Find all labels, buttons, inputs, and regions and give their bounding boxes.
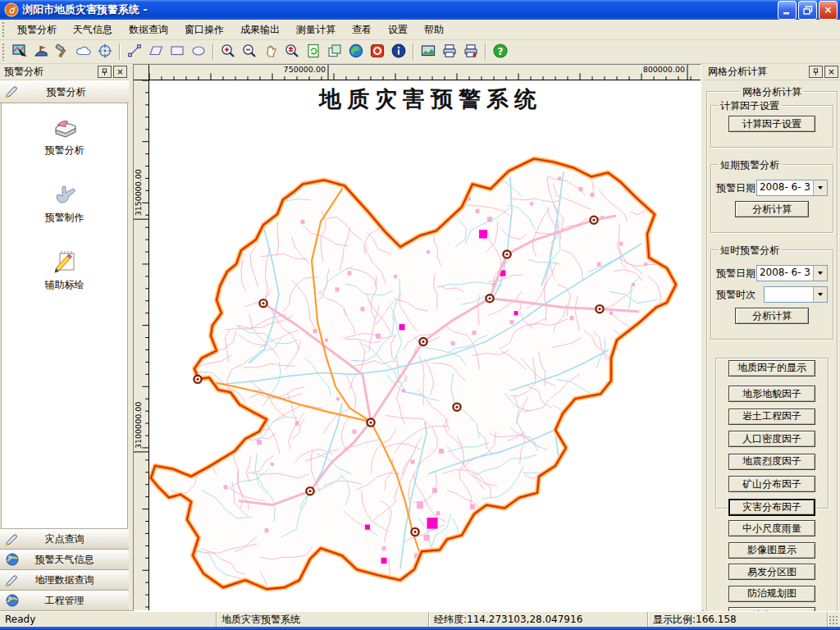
chevron-down-icon[interactable] [813,287,827,302]
toolbar-zoom-sel-button[interactable] [282,42,302,62]
globe-icon [348,43,364,62]
menu-item-1[interactable]: 天气信息 [65,21,121,39]
toolbar-image-button[interactable] [418,42,438,62]
left-bar-0[interactable]: 灾点查询 [0,529,129,550]
town-marker[interactable] [503,250,510,258]
toolbar-print-button[interactable] [440,42,459,62]
ellipse-icon [190,43,207,62]
left-nav-item-0[interactable]: 预警分析 [2,112,127,158]
left-nav-item-2[interactable]: 辅助标绘 [2,246,127,292]
menu-item-5[interactable]: 测量计算 [288,21,344,39]
toolbar-cloud-button[interactable] [74,42,94,62]
town-marker[interactable] [411,528,418,536]
factor-button-4[interactable]: 矿山分布因子 [728,476,815,492]
toolbar-zoom-out-button[interactable] [240,42,259,62]
toolbar-line-button[interactable] [125,42,144,62]
calc-factor-settings-button[interactable]: 计算因子设置 [728,116,815,132]
toolbar-refresh-button[interactable] [304,42,323,62]
left-panel-close-button[interactable]: × [113,66,127,78]
toolbar-pan-button[interactable] [261,42,281,62]
factor-button-2[interactable]: 人口密度因子 [728,431,815,447]
restore-button[interactable] [798,1,817,20]
stop-icon [369,43,386,62]
chevron-down-icon[interactable] [813,180,827,195]
toolbar-help-button[interactable]: ? [491,42,510,62]
left-bar-1[interactable]: 预警天气信息 [0,550,129,570]
status-app-name: 地质灾害预警系统 [217,612,429,627]
town-marker[interactable] [419,338,427,345]
town-marker[interactable] [590,217,597,224]
toolbar-map-select-button[interactable] [10,42,30,62]
factor-button-5[interactable]: 灾害分布因子 [728,499,815,516]
short-term-analyze-button[interactable]: 分析计算 [735,201,809,217]
map-area: 750000.00800000.00 3150000.003100000.00 … [133,64,701,611]
rect-icon [169,43,185,62]
extra-button-4[interactable]: 清空显示 [728,607,815,611]
left-section-bar[interactable]: 预警分析 [0,80,129,103]
town-marker[interactable] [596,305,603,313]
right-panel-pin-button[interactable] [809,66,823,78]
left-bar-3[interactable]: 工程管理 [0,591,129,611]
zoom-in-icon [220,43,236,62]
toolbar-info-button[interactable] [389,42,409,62]
toolbar-grip-handle[interactable] [2,43,6,61]
toolbar-polygon-button[interactable] [146,42,166,62]
left-bar-2[interactable]: 地理数据查询 [0,570,129,591]
chevron-down-icon[interactable] [813,266,827,281]
close-button[interactable]: × [819,1,838,20]
short-time-date-value: 2008- 6- 3 [757,266,813,281]
short-time-date-combobox[interactable]: 2008- 6- 3 [756,265,828,281]
menu-item-3[interactable]: 窗口操作 [176,21,232,39]
toolbar-hammer-button[interactable] [52,42,72,62]
toolbar-stop-button[interactable] [368,42,387,62]
town-marker[interactable] [259,299,267,307]
extra-button-1[interactable]: 影像图显示 [728,542,815,559]
zoom-sel-icon [284,43,300,62]
info-icon [390,43,407,62]
extra-button-2[interactable]: 易发分区图 [728,564,815,580]
toolbar-layers-button[interactable] [325,42,345,62]
svg-text:3100000.00: 3100000.00 [134,402,142,449]
toolbar-ellipse-button[interactable] [189,42,208,62]
town-marker[interactable] [367,418,374,426]
town-marker[interactable] [306,487,313,495]
left-panel-pin-button[interactable] [98,66,112,78]
resize-grip[interactable] [828,612,840,627]
toolbar-print2-button[interactable] [461,42,481,62]
toolbar-globe-button[interactable] [346,42,366,62]
geo-factor-groupbox: 地质因子的显示 地形地貌因子岩土工程因子人口密度因子地震烈度因子矿山分布因子灾害… [715,358,829,509]
right-panel-close-button[interactable]: × [824,66,838,78]
town-marker[interactable] [194,376,201,383]
menubar-grip-handle[interactable] [2,21,6,37]
minimize-button[interactable] [778,1,797,20]
title-bar: d 浏阳市地质灾害预警系统 - × [0,0,840,20]
short-time-times-combobox[interactable] [764,286,828,303]
short-term-date-value: 2008- 6- 3 [757,180,813,195]
toolbar-zoom-in-button[interactable] [218,42,238,62]
factor-button-1[interactable]: 岩土工程因子 [728,409,815,425]
menu-item-0[interactable]: 预警分析 [9,21,65,39]
short-term-date-combobox[interactable]: 2008- 6- 3 [756,180,828,196]
map-canvas[interactable]: 地质灾害预警系统 [149,80,701,610]
toolbar-target-button[interactable] [95,42,115,62]
short-time-analyze-button[interactable]: 分析计算 [735,308,809,324]
menu-item-2[interactable]: 数据查询 [121,21,176,39]
toolbar-stamp-button[interactable] [31,42,51,62]
town-marker[interactable] [453,404,460,411]
app-icon: d [4,2,19,17]
factor-button-3[interactable]: 地震烈度因子 [728,454,815,470]
factor-button-0[interactable]: 地形地貌因子 [728,386,815,402]
menu-item-6[interactable]: 查看 [344,21,380,39]
menu-item-7[interactable]: 设置 [380,21,416,39]
menu-item-4[interactable]: 成果输出 [232,21,288,39]
menu-item-8[interactable]: 帮助 [416,21,452,39]
toolbar-rect-button[interactable] [167,42,187,62]
geo-factor-display-button[interactable]: 地质因子的显示 [728,360,815,377]
stamp-icon [33,43,49,62]
right-panel-header: 网格分析计算 × [704,64,840,80]
extra-button-0[interactable]: 中小尺度雨量 [728,520,815,536]
weather-globe-icon [5,593,20,610]
extra-button-3[interactable]: 防治规划图 [728,586,815,602]
town-marker[interactable] [486,294,493,302]
left-nav-item-1[interactable]: 预警制作 [2,179,127,225]
